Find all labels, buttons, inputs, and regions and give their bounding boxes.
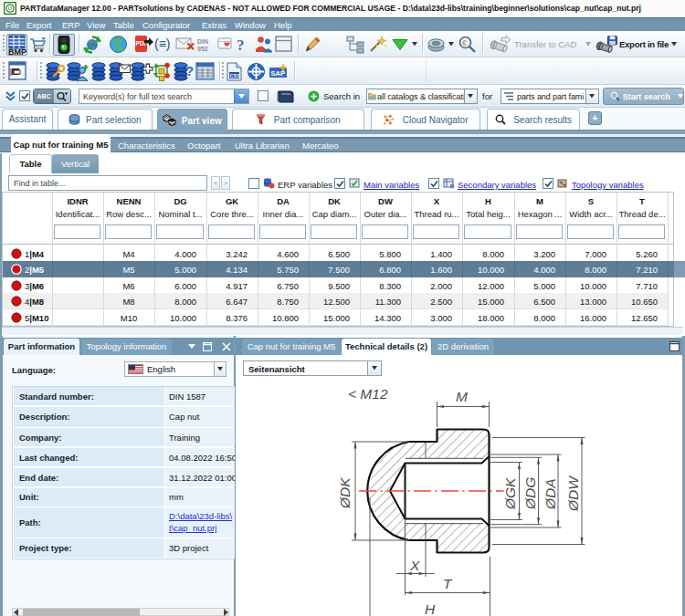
svg-text:H: H bbox=[425, 601, 436, 616]
svg-text:< M12: < M12 bbox=[348, 386, 388, 402]
svg-text:ØDG: ØDG bbox=[522, 477, 538, 510]
svg-text:€: € bbox=[462, 38, 467, 47]
svg-text:ØDW: ØDW bbox=[565, 475, 581, 512]
svg-text:ØGK: ØGK bbox=[502, 477, 518, 510]
svg-text:?: ? bbox=[185, 63, 194, 78]
svg-text:(≡): (≡) bbox=[154, 37, 171, 51]
svg-text:BMP: BMP bbox=[8, 47, 26, 56]
svg-text:X: X bbox=[409, 558, 420, 573]
svg-text:ØDA: ØDA bbox=[543, 478, 558, 510]
svg-text:CSS: CSS bbox=[230, 73, 241, 78]
svg-text:T: T bbox=[443, 576, 453, 591]
svg-text:?: ? bbox=[237, 37, 245, 54]
svg-text:DIN: DIN bbox=[197, 38, 208, 45]
svg-text:M: M bbox=[456, 389, 468, 404]
svg-text:952: 952 bbox=[197, 46, 208, 52]
svg-text:ØDK: ØDK bbox=[337, 477, 353, 509]
